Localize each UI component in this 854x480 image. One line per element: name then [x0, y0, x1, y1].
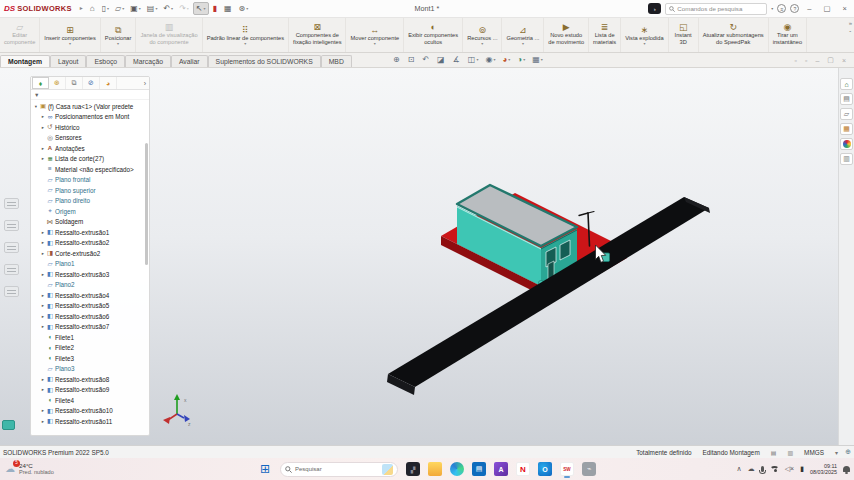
help-icon[interactable]: ? — [790, 4, 799, 13]
microsoft-store-icon[interactable] — [472, 462, 486, 476]
take-snapshot-button[interactable]: ◉ Tirar um instantâneo — [769, 18, 807, 52]
section-view-icon[interactable]: ◪ — [437, 55, 446, 64]
tree-item[interactable]: Plano frontal — [31, 175, 149, 186]
save-icon[interactable]: ▣▾ — [128, 3, 143, 14]
zoom-fit-icon[interactable]: ⊕ — [393, 55, 401, 64]
featuremanager-tab-icon[interactable]: ♦ — [32, 77, 49, 89]
tab-layout[interactable]: Layout — [50, 55, 86, 67]
linear-component-pattern-button[interactable]: ⠿ Padrão linear de componentes ▾ — [203, 18, 289, 52]
insert-components-button[interactable]: ⊞ Inserir componentes ▾ — [40, 18, 101, 52]
edit-appearance-icon[interactable]: ◕▾ — [502, 55, 510, 64]
taskbar-search-box[interactable]: Pesquisar — [280, 462, 398, 477]
dimxpert-tab-icon[interactable]: ⊘ — [83, 77, 100, 89]
previous-view-icon[interactable]: ↶ — [422, 55, 430, 64]
tree-item[interactable]: Plano2 — [31, 280, 149, 291]
tree-item[interactable]: ▸ Lista de corte(27) — [31, 154, 149, 165]
tree-item[interactable]: ▸ Ressalto-extrusão2 — [31, 238, 149, 249]
tree-scrollbar[interactable] — [145, 143, 148, 265]
tree-item[interactable]: Sensores — [31, 133, 149, 144]
exploded-view-button[interactable]: ∗ Vista explodida ▾ — [621, 18, 668, 52]
tab-marcacao[interactable]: Marcação — [125, 55, 171, 67]
options-icon[interactable]: ⊛▾ — [237, 3, 251, 14]
tree-item[interactable]: Material <não especificado> — [31, 164, 149, 175]
configurationmanager-tab-icon[interactable]: ⧉ — [66, 77, 83, 89]
tree-item[interactable]: ▸ Posicionamentos em Mont — [31, 112, 149, 123]
hide-show-items-icon[interactable]: ◉▾ — [485, 55, 495, 64]
microphone-icon[interactable] — [761, 466, 764, 472]
tree-item[interactable]: ▾ (f) Casa rua<1> (Valor predete — [31, 101, 149, 112]
onedrive-icon[interactable]: ☁ — [748, 465, 755, 473]
tree-item[interactable]: Filete3 — [31, 353, 149, 364]
tree-item[interactable]: ▸ Ressalto-extrusão1 — [31, 227, 149, 238]
start-icon[interactable] — [258, 462, 272, 476]
tree-item[interactable]: Filete1 — [31, 332, 149, 343]
tree-item[interactable]: ▸ Ressalto-extrusão8 — [31, 374, 149, 385]
tree-filter[interactable]: ▼ — [31, 90, 149, 100]
displaymanager-tab-icon[interactable]: ◕ — [100, 77, 117, 89]
outlook-icon[interactable] — [538, 462, 552, 476]
measure-icon[interactable]: ▮ — [211, 3, 220, 14]
bill-of-materials-button[interactable]: ≣ Lista de materiais — [589, 18, 621, 52]
view-palette-tab-icon[interactable]: ▦ — [840, 123, 853, 135]
reference-geometry-button[interactable]: ⊿ Geometria ... ▾ — [502, 18, 544, 52]
tree-item[interactable]: Filete2 — [31, 343, 149, 354]
dynamic-annotation-icon[interactable]: ∡ — [453, 55, 461, 64]
tab-suplementos[interactable]: Suplementos do SOLIDWORKS — [208, 55, 321, 67]
edge-icon[interactable] — [450, 462, 464, 476]
tree-item[interactable]: Plano superior — [31, 185, 149, 196]
smart-fasteners-button[interactable]: ⊠ Componentes de fixação inteligentes — [289, 18, 346, 52]
solidworks-icon[interactable] — [560, 462, 574, 476]
notification-bell-icon[interactable] — [843, 466, 850, 472]
restore-button[interactable]: ▢ — [820, 4, 835, 13]
status-units[interactable]: MMGS — [804, 449, 824, 456]
tree-item[interactable]: Soldagem — [31, 217, 149, 228]
tab-mbd[interactable]: MBD — [321, 55, 352, 67]
dock-teal-icon[interactable] — [2, 420, 15, 430]
tab-esboco[interactable]: Esboço — [86, 55, 125, 67]
undo-icon[interactable]: ↶▾ — [161, 3, 175, 14]
dock-icon-1[interactable] — [4, 198, 19, 209]
appearances-tab-icon[interactable] — [840, 138, 853, 150]
file-properties-icon[interactable]: ▦ — [222, 3, 235, 14]
show-hidden-components-button[interactable]: ◐ Exibir componentes ocultos — [404, 18, 463, 52]
tree-flyout-icon[interactable]: › — [144, 80, 149, 87]
tree-item[interactable]: Plano direito — [31, 196, 149, 207]
dock-icon-5[interactable] — [4, 286, 19, 297]
netflix-icon[interactable] — [516, 462, 530, 476]
ribbon-overflow-icon[interactable]: » — [849, 19, 852, 29]
tray-chevron-icon[interactable]: ∧ — [737, 465, 742, 473]
weather-widget[interactable]: ☁5 24°C Pred. nublado — [5, 462, 54, 476]
qat-expand-icon[interactable]: ▸ — [78, 3, 86, 14]
zoom-area-icon[interactable]: ⊡ — [408, 55, 416, 64]
tree-item[interactable]: Plano1 — [31, 259, 149, 270]
propertymanager-tab-icon[interactable]: ⊛ — [49, 77, 66, 89]
plug-icon[interactable] — [582, 462, 596, 476]
design-library-tab-icon[interactable]: ▤ — [840, 93, 853, 105]
mate-button[interactable]: ⧉ Posicionar ▾ — [101, 18, 137, 52]
assembly-features-button[interactable]: ⊚ Recursos ... ▾ — [463, 18, 502, 52]
device-icon[interactable]: ▮ — [800, 465, 804, 473]
status-globe-icon[interactable]: ⊕ — [845, 448, 851, 456]
command-search-input[interactable]: Comandos de pesquisa — [665, 3, 767, 15]
home-icon[interactable]: ⌂ — [88, 3, 98, 14]
new-document-icon[interactable]: ▯▾ — [100, 3, 111, 14]
tree-item[interactable]: ▸ Ressalto-extrusão7 — [31, 322, 149, 333]
select-icon[interactable]: ↖▾ — [193, 2, 209, 15]
component-preview-window-button[interactable]: ▥ Janela de visualização do componente — [136, 18, 202, 52]
doc-cascade-icon[interactable]: ▫ — [794, 57, 796, 64]
doc-close-icon[interactable]: × — [842, 57, 846, 64]
tab-avaliar[interactable]: Avaliar — [171, 55, 208, 67]
minimize-button[interactable]: – — [803, 4, 815, 13]
custom-properties-tab-icon[interactable]: ▥ — [840, 153, 853, 165]
search-caret-icon[interactable]: ▾ — [771, 6, 773, 11]
tree-item[interactable]: ▸ Corte-extrusão2 — [31, 248, 149, 259]
resources-tab-icon[interactable]: ⌂ — [840, 78, 853, 90]
instant3d-button[interactable]: ◱ Instant 3D — [669, 18, 699, 52]
ribbon-collapse-icon[interactable]: ˆ — [849, 29, 851, 39]
tree-item[interactable]: ▸ Ressalto-extrusão6 — [31, 311, 149, 322]
taskview-dark-icon[interactable] — [406, 462, 420, 476]
view-settings-icon[interactable]: ▦▾ — [532, 55, 543, 64]
print-icon[interactable]: ▤▾ — [145, 3, 160, 14]
doc-restore-icon[interactable]: ▢ — [827, 56, 834, 64]
close-button[interactable]: × — [839, 4, 851, 13]
